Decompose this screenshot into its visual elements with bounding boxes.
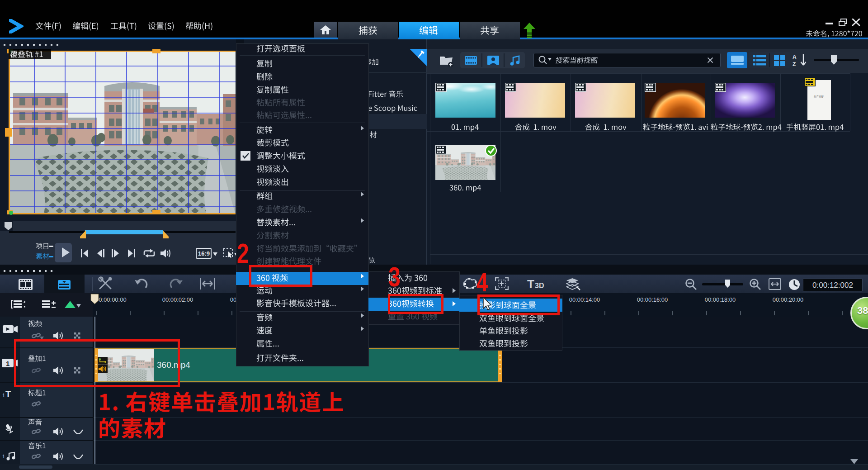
svg-text:1: 1: [6, 360, 9, 367]
